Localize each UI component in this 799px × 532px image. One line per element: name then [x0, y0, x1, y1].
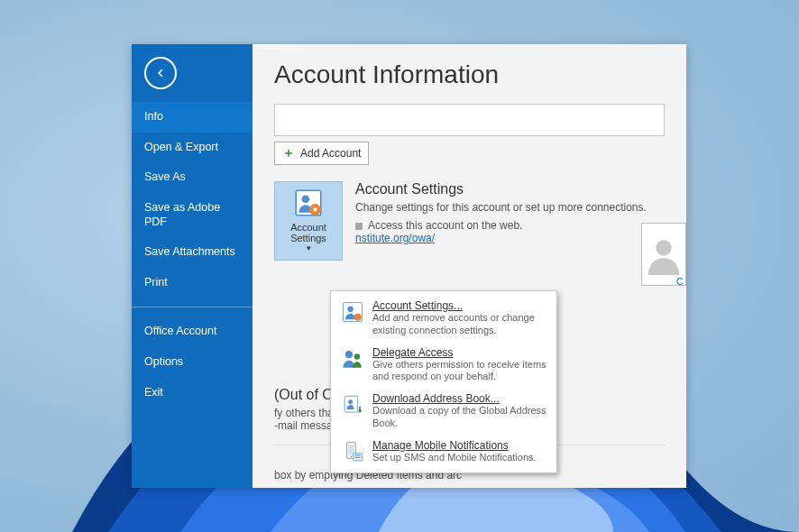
account-settings-heading: Account Settings: [355, 181, 665, 197]
svg-point-7: [354, 314, 362, 321]
account-settings-desc: Change settings for this account or set …: [355, 201, 665, 214]
account-settings-body: Account Settings Change settings for thi…: [355, 181, 665, 261]
add-account-label: Add Account: [300, 147, 361, 160]
account-settings-bullet-text: Access this account on the web.: [368, 219, 522, 232]
bullet-square-icon: [355, 223, 363, 230]
svg-point-1: [302, 196, 310, 204]
address-book-icon: [340, 392, 365, 417]
content-area: Account Information ＋ Add Account Accoun…: [253, 44, 686, 488]
delegate-access-icon: [340, 346, 365, 371]
sidebar-item-office-account[interactable]: Office Account: [132, 316, 253, 347]
page-title: Account Information: [274, 60, 665, 89]
dd-item-desc: Set up SMS and Mobile Notifications.: [372, 452, 537, 464]
svg-rect-17: [354, 456, 361, 457]
account-settings-icon: [340, 299, 365, 325]
dd-item-title: Download Address Book...: [372, 392, 547, 405]
dd-item-desc: Add and remove accounts or change existi…: [372, 312, 547, 337]
dd-item-title: Delegate Access: [372, 346, 547, 359]
chevron-down-icon: ▾: [307, 244, 311, 252]
svg-point-11: [348, 399, 353, 404]
account-settings-dropdown: Account Settings... Add and remove accou…: [330, 290, 557, 473]
add-account-button[interactable]: ＋ Add Account: [274, 142, 369, 165]
account-settings-section: Account Settings ▾ Account Settings Chan…: [274, 181, 665, 261]
svg-point-4: [656, 240, 671, 255]
svg-rect-10: [344, 396, 358, 412]
account-settings-button[interactable]: Account Settings ▾: [274, 181, 343, 261]
sidebar-item-exit[interactable]: Exit: [132, 378, 253, 408]
dd-manage-mobile-notifications[interactable]: Manage Mobile Notifications Set up SMS a…: [331, 435, 556, 469]
svg-point-3: [313, 207, 317, 211]
sidebar-item-print[interactable]: Print: [132, 268, 253, 298]
svg-point-6: [347, 307, 354, 313]
dd-item-title: Account Settings...: [372, 299, 547, 312]
profile-change-label: C: [676, 276, 684, 286]
sidebar-item-options[interactable]: Options: [132, 347, 253, 378]
outlook-backstage-window: Info Open & Export Save As Save as Adobe…: [132, 44, 686, 488]
account-selector[interactable]: [274, 104, 665, 136]
dd-item-desc: Give others permission to receive items …: [372, 359, 547, 384]
sidebar-item-save-attachments[interactable]: Save Attachments: [132, 237, 253, 268]
dd-delegate-access[interactable]: Delegate Access Give others permission t…: [331, 342, 556, 389]
svg-point-14: [351, 455, 353, 457]
account-settings-icon: [293, 188, 324, 218]
sidebar-item-info[interactable]: Info: [132, 102, 253, 133]
dd-download-address-book[interactable]: Download Address Book... Download a copy…: [331, 388, 556, 435]
svg-rect-16: [354, 454, 361, 455]
dd-item-desc: Download a copy of the Global Address Bo…: [372, 405, 547, 430]
account-settings-button-label: Account Settings: [277, 222, 340, 243]
svg-point-8: [345, 351, 353, 358]
arrow-left-icon: [152, 65, 169, 81]
svg-rect-13: [348, 444, 354, 454]
profile-picture[interactable]: C: [641, 223, 686, 286]
plus-icon: ＋: [282, 145, 295, 161]
sidebar-item-save-as[interactable]: Save As: [132, 162, 253, 193]
sidebar-divider: [132, 307, 253, 307]
mobile-notification-icon: [340, 439, 365, 464]
dd-account-settings[interactable]: Account Settings... Add and remove accou…: [331, 295, 556, 342]
svg-point-9: [354, 353, 361, 360]
dd-item-title: Manage Mobile Notifications: [372, 439, 537, 452]
sidebar-item-open-export[interactable]: Open & Export: [132, 133, 253, 163]
owa-link[interactable]: nstitute.org/owa/: [355, 232, 435, 244]
avatar-placeholder-icon: [643, 234, 684, 275]
sidebar-item-save-as-adobe-pdf[interactable]: Save as Adobe PDF: [132, 193, 253, 237]
backstage-sidebar: Info Open & Export Save As Save as Adobe…: [132, 44, 253, 488]
back-button[interactable]: [144, 57, 177, 89]
